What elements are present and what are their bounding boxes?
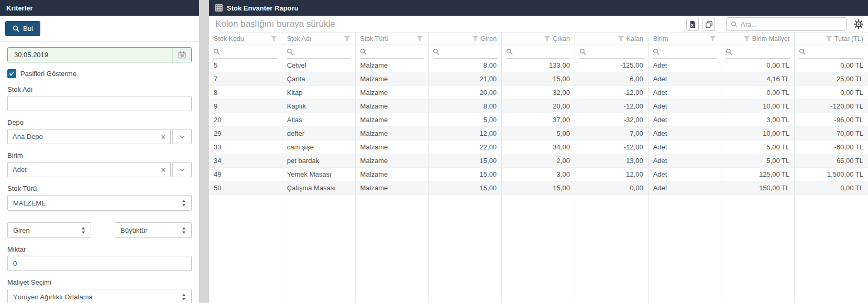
column-filter-input[interactable]	[287, 45, 351, 59]
column-header-birim[interactable]: Birim	[649, 33, 722, 45]
column-filter-input[interactable]	[726, 45, 790, 59]
cell-stok_kodu: 5	[209, 59, 282, 72]
criteria-form: 30.05.2019 Pasifleri Gösterme Stok Adı D…	[0, 42, 199, 303]
filter-cell-stok_turu	[356, 45, 429, 59]
gear-icon[interactable]	[854, 19, 863, 29]
amount-operator-select[interactable]: Büyüktür	[115, 222, 192, 238]
excel-export-icon	[689, 20, 697, 28]
cell-giren: 8,00	[428, 59, 502, 72]
column-header-row: Stok KoduStok AdıStok TürüGirenÇıkanKala…	[209, 33, 868, 45]
cell-birim_maliyet: 0,00 TL	[721, 59, 795, 72]
find-button[interactable]: Bul	[5, 21, 40, 36]
column-filter-input[interactable]	[653, 45, 717, 59]
birim-combobox-input[interactable]: Adet ×	[7, 162, 171, 177]
cell-birim: Adet	[649, 140, 722, 154]
column-header-stok_kodu[interactable]: Stok Kodu	[209, 33, 282, 45]
column-label: Stok Adı	[287, 35, 312, 42]
column-filter-input[interactable]	[360, 45, 424, 59]
stok-turu-select[interactable]: MALZEME	[7, 195, 192, 211]
stok-adi-label: Stok Adı	[7, 85, 192, 93]
funnel-icon[interactable]	[743, 36, 750, 42]
cell-cikan: 3,00	[502, 168, 575, 181]
up-down-arrows-icon	[182, 227, 186, 234]
copy-button[interactable]	[702, 18, 715, 31]
funnel-icon[interactable]	[344, 36, 350, 42]
column-header-kalan[interactable]: Kalan	[575, 33, 649, 45]
funnel-icon[interactable]	[826, 36, 832, 42]
table-row[interactable]: 33cam şişeMalzame22,0034,00-12,00Adet5,0…	[209, 140, 868, 154]
cell-birim: Adet	[649, 100, 722, 113]
calendar-icon[interactable]	[172, 48, 191, 62]
cell-birim_maliyet: 150,00 TL	[721, 181, 795, 194]
birim-combobox: Adet ×	[7, 162, 192, 177]
cell-kalan: -32,00	[575, 113, 649, 126]
column-label: Giren	[481, 35, 497, 42]
maliyet-value: Yürüyen Ağırlıklı Ortalama	[13, 293, 182, 301]
filter-cell-tutar	[795, 45, 868, 59]
show-passives-checkbox[interactable]	[7, 69, 16, 78]
column-header-stok_adi[interactable]: Stok Adı	[282, 33, 356, 45]
column-header-stok_turu[interactable]: Stok Türü	[356, 33, 429, 45]
table-row[interactable]: 20AtlasMalzame5,0037,00-32,00Adet3,00 TL…	[209, 113, 868, 127]
column-header-giren[interactable]: Giren	[428, 33, 502, 45]
funnel-icon[interactable]	[472, 36, 479, 42]
table-row[interactable]: 5CetvelMalzame8,00133,00-125,00Adet0,00 …	[209, 59, 868, 72]
grid-search-input[interactable]	[741, 20, 842, 28]
table-row[interactable]: 9KaplıkMalzame8,0020,00-12,00Adet10,00 T…	[209, 100, 868, 113]
report-panel-header: Stok Envanter Raporu	[209, 0, 868, 16]
table-row[interactable]: 49Yemek MasasıMalzame15,003,0012,00Adet1…	[209, 168, 868, 181]
table-row[interactable]: 34pet bardakMalzame15,002,0013,00Adet5,0…	[209, 154, 868, 168]
clear-x-icon[interactable]: ×	[161, 133, 166, 140]
cell-cikan: 5,00	[502, 127, 575, 140]
column-filter-input[interactable]	[213, 45, 278, 59]
miktar-input[interactable]	[7, 256, 192, 271]
miktar-label: Miktar	[7, 245, 192, 253]
cell-stok_kodu: 33	[209, 140, 282, 154]
show-passives-label: Pasifleri Gösterme	[20, 70, 76, 78]
cell-tutar: -60,00 TL	[795, 140, 868, 154]
table-row[interactable]: 50Çalışma MasasıMalzame15,0015,000,00Ade…	[209, 181, 868, 195]
group-drop-area[interactable]: Kolon başlığını buraya sürükle	[215, 19, 335, 29]
date-input[interactable]: 30.05.2019	[7, 47, 192, 62]
funnel-icon[interactable]	[544, 36, 551, 42]
column-header-birim_maliyet[interactable]: Birim Maliyet	[721, 33, 795, 45]
column-filter-input[interactable]	[799, 45, 864, 59]
birim-dropdown-button[interactable]	[172, 162, 192, 177]
maliyet-select[interactable]: Yürüyen Ağırlıklı Ortalama	[7, 289, 192, 303]
amount-field-value: Giren	[13, 226, 81, 234]
empty-column-stok_adi	[282, 195, 356, 303]
column-filter-input[interactable]	[433, 45, 497, 59]
depo-combobox-input[interactable]: Ana Depo ×	[7, 129, 171, 144]
cell-stok_turu: Malzame	[356, 72, 429, 85]
clear-x-icon[interactable]: ×	[161, 166, 166, 174]
column-filter-input[interactable]	[506, 45, 570, 59]
search-icon	[287, 48, 293, 55]
cell-tutar: 1.500,00 TL	[795, 168, 868, 181]
column-header-tutar[interactable]: Tutar (TL)	[795, 33, 868, 45]
funnel-icon[interactable]	[270, 36, 277, 42]
cell-tutar: 0,00 TL	[795, 181, 868, 194]
depo-combobox: Ana Depo ×	[7, 129, 192, 144]
empty-column-birim_maliyet	[721, 195, 795, 303]
funnel-icon[interactable]	[416, 36, 423, 42]
cell-stok_kodu: 50	[209, 181, 282, 194]
table-row[interactable]: 29defterMalzame12,005,007,00Adet10,00 TL…	[209, 127, 868, 140]
table-row[interactable]: 8KitapMalzame20,0032,00-12,00Adet0,00 TL…	[209, 86, 868, 100]
search-icon	[13, 25, 19, 32]
stok-adi-input[interactable]	[7, 96, 192, 111]
funnel-icon[interactable]	[709, 36, 716, 42]
cell-giren: 5,00	[428, 113, 502, 126]
column-header-cikan[interactable]: Çıkan	[502, 33, 575, 45]
cell-kalan: -12,00	[575, 86, 649, 99]
birim-label: Birim	[7, 152, 192, 159]
excel-export-button[interactable]	[686, 18, 699, 31]
search-icon	[433, 48, 440, 55]
up-down-arrows-icon	[182, 200, 186, 207]
column-filter-input[interactable]	[579, 45, 644, 59]
table-row[interactable]: 7ÇantaMalzame21,0015,006,00Adet4,16 TL25…	[209, 72, 868, 86]
amount-field-select[interactable]: Giren	[7, 222, 91, 238]
date-value: 30.05.2019	[8, 51, 172, 59]
depo-dropdown-button[interactable]	[172, 129, 192, 144]
search-icon	[579, 48, 586, 55]
funnel-icon[interactable]	[618, 36, 624, 42]
